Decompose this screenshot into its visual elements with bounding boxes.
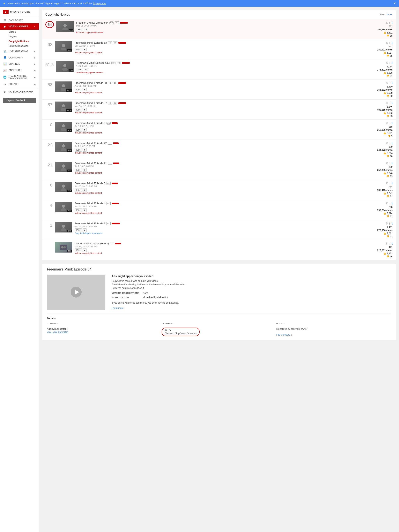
edit-dropdown[interactable]: ▼ <box>83 168 87 172</box>
edit-button[interactable]: Edit <box>75 208 82 212</box>
banner-close-button[interactable]: ✕ <box>393 1 396 5</box>
edit-dropdown[interactable]: ▼ <box>83 148 87 152</box>
info-icon[interactable]: ℹ <box>392 162 393 165</box>
edit-dropdown[interactable]: ▼ <box>83 48 87 51</box>
info-icon[interactable]: ℹ <box>392 82 393 85</box>
share-icon[interactable]: ↕ <box>389 82 390 85</box>
info-icon[interactable]: ℹ <box>392 21 393 24</box>
share-icon[interactable]: ↕ <box>389 61 390 64</box>
video-title[interactable]: Freeman's Mind: Episode 64 <box>76 21 108 24</box>
edit-dropdown[interactable]: ▼ <box>84 68 88 71</box>
edit-button[interactable]: Edit <box>75 48 82 51</box>
sidebar-item-create[interactable]: ✂ CREATE ▶ <box>0 81 39 87</box>
file-dispute-link[interactable]: File a dispute ℹ <box>276 333 292 336</box>
video-thumbnail[interactable]: 8:16 <box>55 182 72 192</box>
content-range-link[interactable]: 0:02 - 8:25 play match <box>47 331 68 333</box>
copyright-icon[interactable]: © <box>386 82 388 85</box>
video-thumbnail[interactable]: 11:19 <box>55 101 72 112</box>
share-icon[interactable]: ↕ <box>389 142 390 145</box>
copyright-icon[interactable]: © <box>386 41 388 44</box>
share-icon[interactable]: ↕ <box>389 202 390 205</box>
sidebar-item-live-streaming[interactable]: 📡 LIVE STREAMING ▶ <box>0 48 39 55</box>
edit-dropdown[interactable]: ▼ <box>83 228 87 232</box>
banner-link[interactable]: Sign up now <box>93 2 106 5</box>
info-icon[interactable]: ℹ <box>392 142 393 145</box>
sidebar-item-subtitle[interactable]: Subtitle/Translation <box>9 44 39 48</box>
edit-button[interactable]: Edit <box>75 88 82 91</box>
video-title[interactable]: Freeman's Mind: Episode 0 <box>75 122 105 125</box>
video-title[interactable]: Freeman's Mind: Episode 21 <box>75 162 107 165</box>
copyright-icon[interactable]: © <box>386 242 388 245</box>
video-title[interactable]: Freeman's Mind: Episode 22 <box>75 142 107 145</box>
video-thumbnail[interactable]: 4:56 <box>55 242 72 253</box>
edit-dropdown[interactable]: ▼ <box>83 88 87 91</box>
copyright-icon[interactable]: © <box>386 162 388 165</box>
copyright-icon[interactable]: © <box>386 21 388 24</box>
edit-button[interactable]: Edit <box>75 108 82 111</box>
edit-button[interactable]: Edit <box>75 228 82 232</box>
help-feedback-button[interactable]: Help and feedback <box>3 98 36 103</box>
monetization-info-icon[interactable]: ℹ <box>167 296 168 299</box>
video-thumbnail[interactable]: 9:39 <box>55 41 72 52</box>
share-icon[interactable]: ↕ <box>389 122 390 125</box>
copyright-icon[interactable]: © <box>386 202 388 205</box>
info-icon[interactable]: ℹ <box>392 41 393 44</box>
video-thumbnail[interactable]: 3:30 <box>56 61 74 72</box>
video-thumbnail[interactable]: 7:28 <box>55 122 72 132</box>
sidebar-item-copyright[interactable]: Copyright Notices <box>9 39 39 44</box>
info-icon[interactable]: ℹ <box>392 202 393 205</box>
copyright-icon[interactable]: © <box>386 222 388 225</box>
copyright-icon[interactable]: © <box>386 122 388 125</box>
copyright-icon[interactable]: © <box>386 142 388 145</box>
edit-button[interactable]: Edit <box>75 148 82 152</box>
sidebar-item-videos[interactable]: Videos <box>9 30 39 34</box>
copyright-icon[interactable]: © <box>386 61 388 64</box>
learn-more-link[interactable]: Learn more <box>112 307 124 310</box>
video-thumbnail[interactable]: 8:29 <box>56 21 74 32</box>
sidebar-item-playlists[interactable]: Playlists <box>9 34 39 39</box>
edit-button[interactable]: Edit <box>75 168 82 172</box>
edit-dropdown[interactable]: ▼ <box>83 108 87 111</box>
sidebar-item-video-manager[interactable]: ▶ VIDEO MANAGER ▼ <box>0 23 39 30</box>
edit-dropdown[interactable]: ▼ <box>83 188 87 192</box>
video-title[interactable]: Freeman's Mind: Episode 4 <box>75 202 105 205</box>
edit-button[interactable]: Edit <box>75 248 82 252</box>
info-icon[interactable]: ℹ <box>392 101 393 105</box>
video-title[interactable]: Freeman's Mind: Episode 1 <box>75 222 105 225</box>
video-title[interactable]: Freeman's Mind: Episode 58 <box>75 82 107 84</box>
edit-dropdown[interactable]: ▼ <box>83 248 87 252</box>
sidebar-item-dashboard[interactable]: ⊞ DASHBOARD <box>0 17 39 23</box>
info-icon[interactable]: ℹ <box>392 242 393 245</box>
sidebar-item-community[interactable]: 👤 COMMUNITY ▶ <box>0 55 39 61</box>
sidebar-item-contributions[interactable]: ✗ YOUR CONTRIBUTIONS <box>0 89 39 95</box>
info-icon[interactable]: ℹ <box>392 222 393 225</box>
info-icon[interactable]: ℹ <box>392 182 393 185</box>
video-title[interactable]: Freeman's Mind: Episode 8 <box>75 182 105 185</box>
edit-dropdown[interactable]: ▼ <box>83 128 87 132</box>
share-icon[interactable]: ↕ <box>389 101 390 105</box>
video-title[interactable]: Freeman's Mind: Episode 61.5 <box>76 61 110 64</box>
edit-button[interactable]: Edit <box>76 28 83 31</box>
video-title[interactable]: Freeman's Mind: Episode 57 <box>75 101 107 104</box>
video-thumbnail[interactable]: 13:25 <box>55 82 72 92</box>
copyright-icon[interactable]: © <box>386 182 388 185</box>
share-icon[interactable]: ↕ <box>389 41 390 44</box>
sidebar-item-translations[interactable]: 🌐 TRANSLATIONS & TRANSCRIPTIONS ▶ <box>0 73 39 81</box>
share-icon[interactable]: ↕ <box>389 21 390 24</box>
dispute-info-icon[interactable]: ℹ <box>291 334 292 336</box>
video-title[interactable]: Freeman's Mind: Episode 63 <box>75 41 107 44</box>
sidebar-item-analytics[interactable]: 📈 ANALYTICS ▶ <box>0 67 39 73</box>
share-icon[interactable]: ↕ <box>389 242 390 245</box>
video-thumbnail[interactable]: 6:08 <box>55 222 72 233</box>
edit-button[interactable]: Edit <box>75 128 82 132</box>
share-icon[interactable]: ↕ <box>389 182 390 185</box>
info-icon[interactable]: ℹ <box>392 122 393 125</box>
video-title[interactable]: Civil Protection: Aliens (Part 1) <box>75 242 109 245</box>
video-thumbnail[interactable]: 7:33 <box>55 202 72 212</box>
edit-button[interactable]: Edit <box>75 188 82 192</box>
dollar-icon[interactable]: $ <box>389 222 390 225</box>
share-icon[interactable]: ↕ <box>389 162 390 165</box>
copyright-icon[interactable]: © <box>386 101 388 105</box>
video-thumbnail[interactable]: 5:23 <box>55 162 72 172</box>
view-select[interactable]: All <box>386 13 393 16</box>
